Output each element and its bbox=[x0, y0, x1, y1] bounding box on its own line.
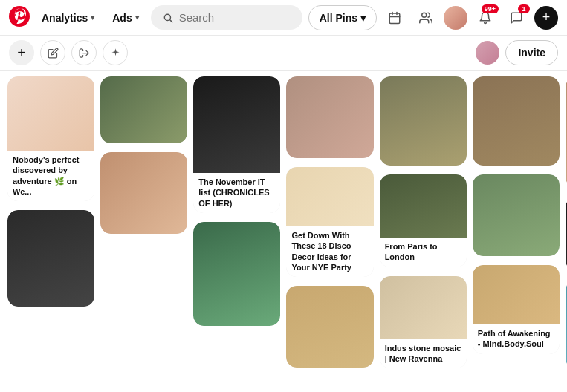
header-right: All Pins ▾ 99+ bbox=[308, 4, 558, 31]
pin-card[interactable]: From Paris to London bbox=[380, 174, 467, 267]
all-pins-button[interactable]: All Pins ▾ bbox=[308, 5, 377, 30]
ads-chevron-icon: ▾ bbox=[135, 13, 139, 22]
notifications-button[interactable]: 99+ bbox=[472, 4, 499, 31]
ads-label: Ads bbox=[112, 12, 132, 24]
pin-card[interactable] bbox=[7, 210, 94, 307]
pin-card[interactable] bbox=[100, 152, 187, 234]
nav-ads[interactable]: Ads ▾ bbox=[106, 7, 144, 28]
pin-card[interactable] bbox=[473, 76, 560, 166]
settings-button[interactable] bbox=[103, 40, 128, 65]
pin-card[interactable]: Path of Awakening - Mind.Body.Soul bbox=[473, 265, 560, 354]
pinterest-logo[interactable] bbox=[9, 6, 30, 30]
nav-analytics[interactable]: Analytics ▾ bbox=[36, 7, 100, 28]
messages-button[interactable]: 1 bbox=[503, 4, 530, 31]
pin-card[interactable]: Indus stone mosaic | New Ravenna bbox=[380, 276, 467, 369]
svg-point-7 bbox=[422, 13, 427, 17]
calendar-button[interactable] bbox=[381, 4, 408, 31]
invite-area: Invite bbox=[476, 40, 558, 65]
toolbar: + Invite bbox=[0, 36, 567, 71]
share-button[interactable] bbox=[71, 40, 97, 65]
pin-card[interactable]: The November IT list (CHRONICLES OF HER) bbox=[193, 76, 280, 213]
pin-card[interactable] bbox=[286, 286, 373, 368]
pin-card[interactable] bbox=[473, 174, 560, 256]
messages-badge: 1 bbox=[518, 4, 530, 13]
search-bar bbox=[151, 5, 302, 30]
pin-card[interactable] bbox=[100, 76, 187, 143]
svg-line-2 bbox=[169, 19, 172, 22]
search-icon bbox=[163, 12, 173, 24]
people-button[interactable] bbox=[412, 4, 439, 31]
pins-grid: Nobody's perfect discovered by adventure… bbox=[0, 71, 567, 390]
all-pins-chevron-icon: ▾ bbox=[360, 12, 366, 24]
invite-button[interactable]: Invite bbox=[505, 40, 558, 65]
notifications-badge: 99+ bbox=[482, 4, 499, 13]
analytics-label: Analytics bbox=[42, 12, 88, 24]
pin-card[interactable]: Nobody's perfect discovered by adventure… bbox=[7, 76, 94, 201]
analytics-chevron-icon: ▾ bbox=[91, 13, 94, 22]
pin-card[interactable] bbox=[193, 222, 280, 326]
header: Analytics ▾ Ads ▾ All Pins ▾ bbox=[0, 0, 567, 36]
pin-card[interactable] bbox=[380, 76, 467, 166]
calendar-icon bbox=[388, 11, 401, 24]
plus-button[interactable]: + bbox=[534, 6, 558, 30]
svg-rect-3 bbox=[389, 13, 400, 24]
pin-card[interactable] bbox=[286, 76, 373, 158]
user-avatar[interactable] bbox=[444, 6, 467, 30]
search-input[interactable] bbox=[179, 11, 291, 24]
share-icon bbox=[79, 48, 90, 59]
people-icon bbox=[419, 11, 432, 24]
invite-user-avatar bbox=[476, 41, 499, 65]
sparkle-icon bbox=[110, 48, 121, 59]
edit-icon bbox=[48, 48, 59, 59]
pin-card[interactable]: Get Down With These 18 Disco Decor Ideas… bbox=[286, 167, 373, 277]
add-section-button[interactable]: + bbox=[9, 40, 34, 65]
edit-button[interactable] bbox=[40, 40, 65, 65]
